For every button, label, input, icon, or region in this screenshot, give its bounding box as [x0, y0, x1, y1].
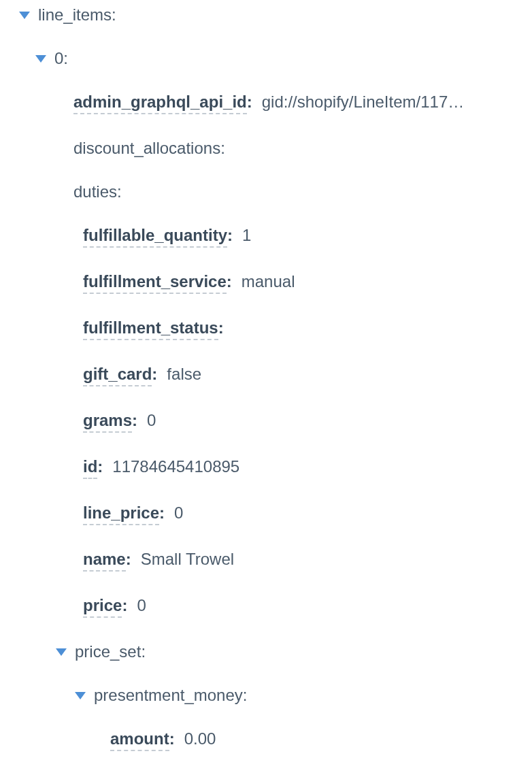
- value-text: gid://shopify/LineItem/117…: [262, 93, 465, 112]
- tree-leaf-gift-card[interactable]: gift_card: false: [7, 365, 525, 386]
- colon: :: [132, 411, 137, 430]
- value-text: Small Trowel: [141, 550, 234, 569]
- tree-node-index-0[interactable]: 0:: [7, 49, 525, 68]
- key-label: price_set: [75, 642, 141, 661]
- key-label: 0: [54, 49, 63, 68]
- tree-leaf-discount-allocations[interactable]: discount_allocations:: [7, 139, 525, 158]
- tree-leaf-id[interactable]: id: 11784645410895: [7, 457, 525, 479]
- colon: :: [97, 457, 103, 476]
- tree-node-price-set[interactable]: price_set:: [7, 642, 525, 661]
- caret-down-icon: [35, 55, 46, 63]
- colon: :: [227, 226, 233, 245]
- colon: :: [126, 550, 131, 569]
- caret-down-icon: [19, 12, 30, 19]
- colon: :: [141, 642, 146, 661]
- colon: :: [218, 318, 224, 337]
- tree-leaf-fulfillment-status[interactable]: fulfillment_status:: [7, 318, 525, 340]
- value-text: 1: [242, 226, 251, 245]
- key-label: fulfillment_service: [83, 272, 227, 294]
- key-label: amount: [110, 729, 169, 751]
- key-label: name: [83, 550, 126, 572]
- colon: :: [63, 49, 68, 68]
- colon: :: [117, 182, 122, 201]
- key-label: line_items: [38, 5, 112, 24]
- key-label: id: [83, 457, 97, 479]
- tree-leaf-grams[interactable]: grams: 0: [7, 411, 525, 433]
- value-text: manual: [242, 272, 295, 291]
- key-label: line_price: [83, 503, 159, 525]
- key-label: price: [83, 596, 122, 618]
- value-text: false: [167, 365, 201, 384]
- value-text: 11784645410895: [112, 457, 239, 476]
- key-label: fulfillment_status: [83, 318, 218, 340]
- colon: :: [243, 686, 248, 705]
- colon: :: [159, 503, 165, 523]
- colon: :: [220, 139, 225, 158]
- key-label: duties: [73, 182, 117, 201]
- tree-leaf-admin-graphql-api-id[interactable]: admin_graphql_api_id: gid://shopify/Line…: [7, 93, 525, 114]
- tree-leaf-name[interactable]: name: Small Trowel: [7, 550, 525, 572]
- tree-node-presentment-money[interactable]: presentment_money:: [7, 686, 525, 705]
- key-label: fulfillable_quantity: [83, 226, 227, 248]
- value-text: 0: [137, 596, 146, 615]
- key-label: admin_graphql_api_id: [73, 93, 247, 114]
- key-label: gift_card: [83, 365, 152, 386]
- key-label: discount_allocations: [73, 139, 220, 158]
- key-label: presentment_money: [94, 686, 243, 705]
- colon: :: [152, 365, 157, 384]
- value-text: 0.00: [184, 729, 216, 748]
- value-text: 0: [174, 503, 183, 523]
- colon: :: [169, 729, 175, 748]
- colon: :: [247, 93, 252, 112]
- colon: :: [122, 596, 127, 615]
- tree-leaf-fulfillment-service[interactable]: fulfillment_service: manual: [7, 272, 525, 294]
- tree-leaf-price[interactable]: price: 0: [7, 596, 525, 618]
- value-text: 0: [147, 411, 156, 430]
- tree-leaf-duties[interactable]: duties:: [7, 182, 525, 201]
- key-label: grams: [83, 411, 132, 433]
- tree-leaf-amount[interactable]: amount: 0.00: [7, 729, 525, 751]
- caret-down-icon: [75, 692, 86, 699]
- colon: :: [227, 272, 232, 291]
- tree-node-line-items[interactable]: line_items:: [7, 5, 525, 24]
- tree-leaf-line-price[interactable]: line_price: 0: [7, 503, 525, 525]
- colon: :: [112, 5, 116, 24]
- caret-down-icon: [56, 648, 67, 656]
- tree-leaf-fulfillable-quantity[interactable]: fulfillable_quantity: 1: [7, 226, 525, 248]
